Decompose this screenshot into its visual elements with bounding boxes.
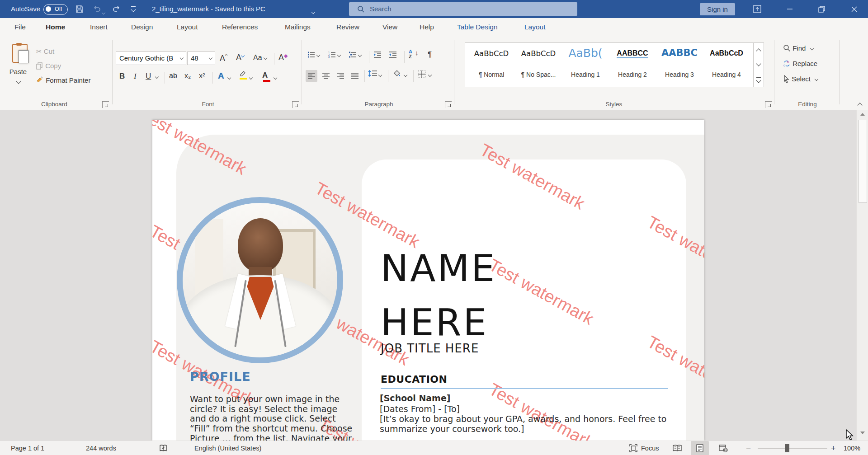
style-heading1[interactable]: AaBb( Heading 1 [563, 43, 608, 87]
underline-dropdown-icon[interactable] [155, 75, 159, 79]
profile-line[interactable]: and do a right mouse click. Select [190, 414, 336, 423]
line-spacing-button[interactable] [368, 70, 377, 78]
paste-button[interactable]: Paste [5, 41, 31, 95]
zoom-level[interactable]: 100% [844, 445, 860, 452]
cut-button[interactable]: ✂ Cut [36, 47, 54, 56]
styles-more-button[interactable] [753, 72, 764, 87]
document-area[interactable]: Test watermark Test watermark Test water… [0, 110, 868, 441]
superscript-button[interactable]: x² [199, 72, 205, 80]
tab-insert[interactable]: Insert [90, 23, 108, 31]
text-effects-button[interactable]: A [218, 71, 224, 81]
focus-icon[interactable] [629, 444, 637, 452]
tab-design[interactable]: Design [131, 23, 153, 31]
sign-in-button[interactable]: Sign in [700, 3, 735, 15]
close-button[interactable] [846, 0, 862, 18]
style-heading2[interactable]: AABBCC Heading 2 [610, 43, 655, 87]
select-button[interactable]: Select [783, 75, 818, 83]
education-desc-line[interactable]: summarize your coursework too.] [380, 424, 524, 434]
scroll-up-arrow[interactable] [860, 113, 865, 116]
title-dropdown-icon[interactable] [312, 7, 322, 17]
word-count[interactable]: 244 words [86, 445, 116, 452]
vertical-scrollbar[interactable] [856, 110, 868, 441]
replace-button[interactable]: bc Replace [783, 60, 817, 67]
document-title[interactable]: 2_tiling_watermark - Saved to this PC [152, 5, 265, 13]
scrollbar-thumb[interactable] [859, 120, 867, 203]
copy-button[interactable]: Copy [36, 62, 61, 70]
sort-button[interactable]: A Z ↓ [409, 49, 412, 59]
align-right-button[interactable] [335, 70, 346, 82]
justify-button[interactable] [349, 70, 361, 82]
read-mode-button[interactable] [668, 441, 686, 455]
tab-layout[interactable]: Layout [177, 23, 198, 31]
decrease-indent-button[interactable] [373, 51, 382, 58]
ribbon-display-options-icon[interactable] [750, 0, 765, 18]
zoom-slider-thumb[interactable] [785, 444, 789, 452]
shrink-font-button[interactable]: A [236, 53, 244, 62]
paragraph-dialog-launcher[interactable] [445, 101, 452, 108]
italic-button[interactable]: I [134, 72, 137, 81]
styles-scroll-down[interactable] [753, 57, 764, 72]
numbering-dropdown-icon[interactable] [337, 53, 341, 57]
minimize-button[interactable] [782, 0, 797, 18]
highlight-dropdown-icon[interactable] [249, 76, 253, 80]
tab-table-design[interactable]: Table Design [457, 23, 498, 31]
tab-references[interactable]: References [222, 23, 258, 31]
education-dates[interactable]: [Dates From] - [To] [380, 404, 460, 414]
format-painter-button[interactable]: Format Painter [36, 76, 90, 84]
print-layout-button[interactable] [691, 441, 709, 455]
quick-access-dropdown-icon[interactable] [131, 6, 141, 16]
profile-line[interactable]: Want to put your own image in the [190, 394, 340, 404]
borders-button[interactable] [418, 70, 426, 78]
tab-mailings[interactable]: Mailings [285, 23, 311, 31]
save-icon[interactable] [75, 5, 85, 14]
text-effects-dropdown-icon[interactable] [227, 76, 231, 80]
focus-label[interactable]: Focus [641, 445, 659, 452]
proofing-icon[interactable] [159, 444, 167, 452]
bullets-button[interactable] [307, 51, 315, 58]
education-desc-line[interactable]: [It’s okay to brag about your GPA, award… [380, 414, 666, 424]
clipboard-dialog-launcher[interactable] [102, 101, 109, 108]
education-heading[interactable]: EDUCATION [381, 375, 447, 384]
page-info[interactable]: Page 1 of 1 [11, 445, 44, 452]
subscript-button[interactable]: x₂ [184, 72, 191, 80]
name-line2[interactable]: HERE [381, 304, 488, 341]
profile-photo[interactable] [177, 197, 343, 363]
shading-button[interactable] [392, 69, 401, 78]
tab-review[interactable]: Review [336, 23, 359, 31]
name-line1[interactable]: NAME [381, 250, 496, 287]
increase-indent-button[interactable] [389, 51, 397, 58]
bullets-dropdown-icon[interactable] [316, 53, 320, 57]
font-size-combobox[interactable]: 48 [187, 52, 215, 65]
numbering-button[interactable]: 123 [328, 51, 336, 58]
font-dialog-launcher[interactable] [292, 101, 299, 108]
profile-line[interactable]: circle? It is easy! Select the image [190, 404, 337, 414]
language-indicator[interactable]: English (United States) [194, 445, 261, 452]
font-name-combobox[interactable]: Century Gothic (B [116, 52, 186, 65]
pilcrow-button[interactable]: ¶ [428, 50, 432, 59]
restore-button[interactable] [814, 0, 829, 18]
change-case-button[interactable]: Aa [253, 54, 267, 62]
autosave-toggle[interactable]: Off [43, 4, 68, 15]
styles-scroll-up[interactable] [753, 43, 764, 57]
grow-font-button[interactable]: A^ [220, 53, 227, 63]
font-color-button[interactable]: A [262, 71, 268, 80]
line-spacing-dropdown-icon[interactable] [378, 73, 382, 77]
tab-file[interactable]: File [14, 23, 26, 31]
education-school[interactable]: [School Name] [380, 394, 450, 403]
web-layout-button[interactable] [714, 441, 732, 455]
borders-dropdown-icon[interactable] [428, 73, 432, 77]
multilevel-dropdown-icon[interactable] [358, 53, 362, 57]
font-color-dropdown-icon[interactable] [274, 76, 277, 80]
redo-icon[interactable] [112, 5, 122, 14]
tab-home[interactable]: Home [46, 23, 65, 31]
style-heading3[interactable]: AABBC Heading 3 [657, 43, 702, 87]
highlight-button[interactable] [239, 70, 247, 77]
profile-heading[interactable]: PROFILE [190, 372, 251, 381]
collapse-ribbon-icon[interactable] [857, 103, 862, 108]
style-normal[interactable]: AaBbCcD ¶ Normal [469, 43, 514, 87]
job-title[interactable]: JOB TITLE HERE [381, 344, 479, 353]
styles-dialog-launcher[interactable] [765, 101, 772, 108]
clear-formatting-button[interactable]: A◆ [278, 53, 288, 62]
zoom-in-button[interactable]: + [831, 444, 836, 453]
multilevel-list-button[interactable] [349, 51, 357, 58]
